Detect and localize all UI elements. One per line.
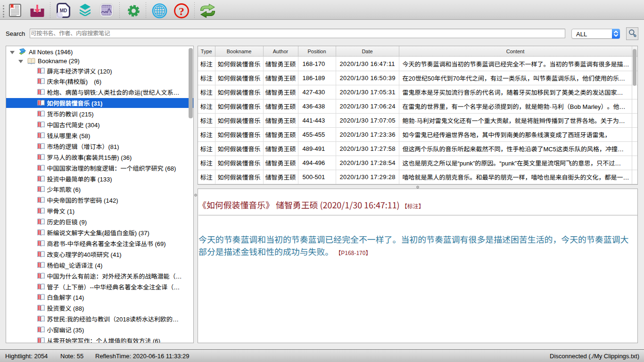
svg-text:MD: MD bbox=[60, 8, 67, 13]
svg-text:?: ? bbox=[179, 5, 184, 17]
